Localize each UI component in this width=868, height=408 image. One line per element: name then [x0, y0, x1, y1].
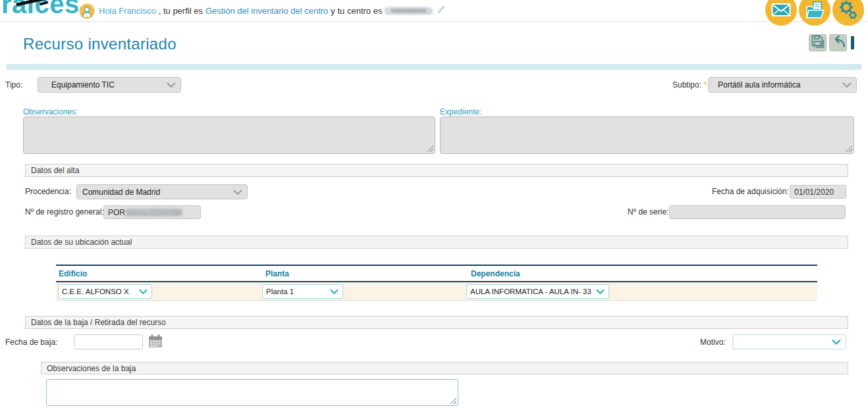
dependencia-select[interactable]: AULA INFORMATICA - AULA IN- 33	[466, 284, 609, 299]
dependencia-select-value: AULA INFORMATICA - AULA IN- 33	[470, 288, 591, 295]
save-floppy-icon	[811, 34, 825, 51]
center-prefix: y tu centro es	[331, 6, 382, 16]
avatar-icon	[79, 3, 95, 19]
center-name-redacted: CIIIIIIIIIIIIIIIIIIIIO.	[385, 6, 432, 16]
column-header-dependencia: Dependencia	[466, 269, 817, 278]
greeting-profile-prefix: , tu perfil es	[159, 6, 203, 16]
fecha-adquisicion-input[interactable]: 01/01/2020	[790, 185, 846, 199]
greeting-line: Hola Francisco , tu perfil es Gestión de…	[99, 0, 447, 22]
chevron-down-icon	[167, 80, 176, 89]
inventory-resource-page: raíces Hola Francisco , tu perfil es Ges…	[0, 0, 868, 408]
accent-band	[7, 64, 861, 70]
fecha-adquisicion-label: Fecha de adquisición:	[712, 187, 789, 196]
app-header: raíces Hola Francisco , tu perfil es Ges…	[0, 0, 868, 22]
procedencia-label: Procedencia:	[25, 187, 71, 196]
back-arrow-icon	[830, 34, 846, 51]
observaciones-textarea[interactable]	[23, 116, 435, 154]
profile-link[interactable]: Gestión del inventario del centro	[205, 6, 328, 16]
expediente-textarea[interactable]	[440, 116, 854, 154]
expediente-label: Expediente:	[440, 107, 481, 116]
section-observaciones-baja: Observaciones de la baja	[41, 362, 848, 374]
section-ubicacion-actual: Datos de su ubicación actual	[25, 236, 848, 249]
ubicacion-table-header: Edificio Planta Dependencia	[56, 265, 817, 282]
chevron-down-icon	[842, 80, 852, 89]
tipo-select-value: Equipamiento TIC	[51, 80, 115, 89]
fecha-adquisicion-value: 01/01/2020	[794, 188, 834, 197]
calendar-icon[interactable]	[148, 334, 163, 351]
ubicacion-table-row	[56, 282, 817, 301]
registro-general-prefix: POR	[108, 208, 125, 217]
edificio-select[interactable]: C.E.E. ALFONSO X	[58, 284, 152, 299]
page-title: Recurso inventariado	[23, 35, 176, 53]
greeting-name: Hola Francisco	[99, 6, 156, 16]
section-datos-baja: Datos de la baja / Retirada del recurso	[25, 316, 848, 329]
procedencia-select-value: Comunidad de Madrid	[82, 188, 160, 197]
ubicacion-table: Edificio Planta Dependencia	[56, 265, 817, 301]
motivo-label: Motivo:	[700, 338, 726, 347]
registro-general-label: Nº de registro general:	[25, 207, 104, 217]
column-header-planta: Planta	[260, 269, 466, 278]
chevron-down-icon	[832, 338, 841, 347]
chevron-down-icon	[233, 188, 242, 197]
save-button[interactable]	[809, 34, 827, 51]
registro-general-input[interactable]: POR1111111222222233	[103, 205, 201, 219]
edit-pencil-icon[interactable]	[435, 5, 447, 17]
chevron-down-icon	[139, 288, 148, 295]
chevron-down-icon	[596, 288, 605, 295]
fecha-baja-label: Fecha de baja:	[5, 338, 57, 347]
numero-serie-label: Nº de serie:	[628, 207, 668, 217]
observaciones-baja-textarea[interactable]	[46, 379, 458, 406]
mail-icon[interactable]	[765, 0, 797, 26]
subtipo-select-value: Portátil aula informática	[718, 80, 800, 89]
numero-serie-input[interactable]	[669, 205, 846, 219]
planta-select[interactable]: Planta 1	[262, 284, 343, 299]
registro-general-redacted: 1111111222222233	[125, 208, 181, 217]
fecha-baja-input[interactable]	[74, 334, 143, 349]
edificio-select-value: C.E.E. ALFONSO X	[62, 288, 129, 295]
column-header-edificio: Edificio	[56, 269, 260, 278]
section-datos-del-alta: Datos del alta	[25, 164, 848, 177]
subtipo-label: Subtipo: *	[672, 80, 707, 89]
motivo-select[interactable]	[732, 334, 846, 349]
tipo-label: Tipo:	[5, 80, 22, 89]
settings-gears-icon[interactable]	[832, 0, 864, 26]
tipo-select[interactable]: Equipamiento TIC	[38, 77, 181, 93]
planta-select-value: Planta 1	[266, 288, 294, 295]
required-asterisk: *	[703, 80, 707, 89]
chevron-down-icon	[330, 288, 339, 295]
procedencia-select[interactable]: Comunidad de Madrid	[76, 184, 248, 199]
documents-folder-icon[interactable]	[799, 0, 830, 26]
observaciones-label: Observaciones:	[23, 107, 78, 116]
subtipo-select[interactable]: Portátil aula informática	[708, 77, 857, 93]
toolbar-divider	[851, 36, 854, 49]
back-button[interactable]	[829, 34, 847, 51]
